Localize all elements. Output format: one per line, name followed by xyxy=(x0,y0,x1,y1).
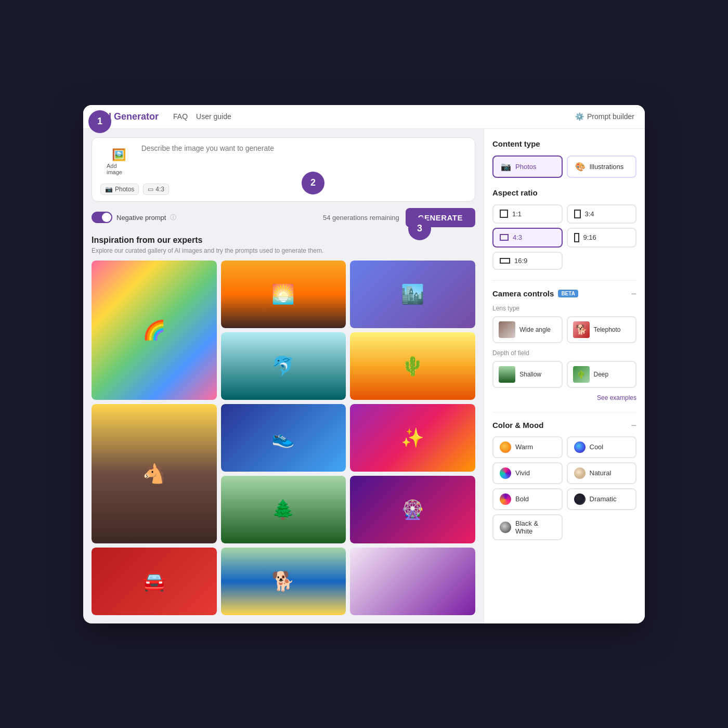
prompt-builder-btn[interactable]: ⚙️ Prompt builder xyxy=(575,112,634,121)
bold-btn[interactable]: Bold xyxy=(492,488,563,510)
warm-btn[interactable]: Warm xyxy=(492,436,563,458)
natural-btn[interactable]: Natural xyxy=(567,462,637,484)
camera-controls-header: Camera controls BETA − xyxy=(492,289,636,298)
vivid-btn[interactable]: Vivid xyxy=(492,462,563,484)
color-mood-grid: Warm Cool Vivid Natural xyxy=(492,436,636,540)
vivid-dot xyxy=(500,467,511,479)
illustrations-option[interactable]: 🎨 Illustrations xyxy=(567,155,637,178)
content-type-title: Content type xyxy=(492,139,636,148)
header-nav: FAQ User guide xyxy=(173,112,231,121)
list-item[interactable]: 🐕 xyxy=(221,548,346,615)
grid-image-bokeh: ✨ xyxy=(350,404,475,472)
grid-image-last2: 🐕 xyxy=(221,548,346,615)
content-type-options: 📷 Photos 🎨 Illustrations xyxy=(492,155,636,178)
grid-image-city: 🏙️ xyxy=(350,261,475,328)
dramatic-btn[interactable]: Dramatic xyxy=(567,488,637,510)
prompt-input[interactable] xyxy=(141,144,466,165)
list-item[interactable]: 🐴 xyxy=(92,404,217,543)
generations-remaining: 54 generations remaining xyxy=(323,214,399,222)
beta-badge: BETA xyxy=(558,290,578,297)
shallow-depth-btn[interactable]: Shallow xyxy=(492,361,563,388)
tall-icon xyxy=(574,233,579,242)
list-item[interactable]: 🌵 xyxy=(350,332,475,400)
aspect-ratio-title: Aspect ratio xyxy=(492,188,636,197)
aspect-9-16[interactable]: 9:16 xyxy=(567,228,637,248)
aspect-ratio-grid: 1:1 3:4 4:3 9:16 xyxy=(492,204,636,270)
aspect-1-1[interactable]: 1:1 xyxy=(492,204,563,224)
aspect-4-3[interactable]: 4:3 xyxy=(492,228,563,248)
collapse-camera-btn[interactable]: − xyxy=(631,289,636,298)
grid-image-shoe: 👟 xyxy=(221,404,346,472)
aspect-ratio-section: Aspect ratio 1:1 3:4 4:3 xyxy=(492,188,636,270)
depth-field-grid: Shallow 🌵 Deep xyxy=(492,361,636,388)
list-item[interactable]: 🏙️ xyxy=(350,261,475,328)
info-icon: ⓘ xyxy=(170,213,176,222)
faq-link[interactable]: FAQ xyxy=(173,112,188,121)
black-white-btn[interactable]: Black & White xyxy=(492,514,563,540)
square-icon xyxy=(500,210,508,218)
negative-prompt-label: Negative prompt xyxy=(116,214,166,222)
aspect-3-4[interactable]: 3:4 xyxy=(567,204,637,224)
grid-image-last3 xyxy=(350,548,475,615)
list-item[interactable]: 👟 xyxy=(221,404,346,472)
shallow-thumbnail xyxy=(499,366,515,383)
list-item[interactable] xyxy=(350,548,475,615)
deep-depth-btn[interactable]: 🌵 Deep xyxy=(567,361,637,388)
prompt-tags: 📷 Photos ▭ 4:3 xyxy=(100,184,466,195)
add-image-button[interactable]: 🖼️ Add image xyxy=(100,144,137,179)
divider-2 xyxy=(492,412,636,412)
prompt-area: 🖼️ Add image 📷 Photos ▭ 4:3 xyxy=(92,137,475,202)
aspect-icon: ▭ xyxy=(148,186,153,193)
list-item[interactable]: 🌲 xyxy=(221,476,346,543)
grid-image-forest: 🌲 xyxy=(221,476,346,543)
wide-angle-thumbnail xyxy=(499,321,515,338)
list-item[interactable]: ✨ xyxy=(350,404,475,472)
list-item[interactable]: 🌈 xyxy=(92,261,217,400)
grid-image-car: 🎡 xyxy=(350,476,475,543)
divider-1 xyxy=(492,280,636,281)
negative-prompt-switch[interactable] xyxy=(92,212,112,223)
camera-icon: 📷 xyxy=(501,162,511,172)
grid-image-horse: 🐴 xyxy=(92,404,217,543)
lens-type-grid: Wide angle 🐕 Telephoto xyxy=(492,316,636,343)
user-guide-link[interactable]: User guide xyxy=(196,112,231,121)
camera-controls-title: Camera controls xyxy=(492,289,554,298)
grid-image-cactus: 🌵 xyxy=(350,332,475,400)
add-image-icon: 🖼️ xyxy=(112,148,126,162)
collapse-color-btn[interactable]: − xyxy=(631,421,636,430)
depth-field-label: Depth of field xyxy=(492,349,636,357)
aspect-16-9[interactable]: 16:9 xyxy=(492,252,563,270)
color-mood-section: Color & Mood − Warm Cool Vivid xyxy=(492,421,636,540)
lens-type-label: Lens type xyxy=(492,305,636,312)
prompt-top: 🖼️ Add image xyxy=(100,144,466,179)
negative-prompt-toggle: Negative prompt ⓘ xyxy=(92,212,176,223)
step-1-bubble: 1 xyxy=(88,110,111,133)
list-item[interactable]: 🐬 xyxy=(221,332,346,400)
photos-option[interactable]: 📷 Photos xyxy=(492,155,563,178)
warm-dot xyxy=(500,441,511,453)
portrait-icon xyxy=(574,210,581,218)
telephoto-btn[interactable]: 🐕 Telephoto xyxy=(567,316,637,343)
list-item[interactable]: 🚘 xyxy=(92,548,217,615)
step-2-bubble: 2 xyxy=(302,172,324,194)
image-grid: 🌈 🌅 🏙️ 🐬 xyxy=(92,261,475,615)
dramatic-dot xyxy=(574,493,586,505)
camera-controls-section: Camera controls BETA − Lens type Wide an… xyxy=(492,289,636,401)
landscape-icon xyxy=(500,234,509,241)
bold-dot xyxy=(500,493,511,505)
list-item[interactable]: 🌅 xyxy=(221,261,346,328)
illustrations-icon: 🎨 xyxy=(575,162,586,172)
grid-image-sunset: 🌅 xyxy=(221,261,346,328)
list-item[interactable]: 🎡 xyxy=(350,476,475,543)
deep-thumbnail: 🌵 xyxy=(573,366,590,383)
aspect-ratio-tag[interactable]: ▭ 4:3 xyxy=(143,184,169,195)
wide-icon xyxy=(500,258,510,264)
right-panel: Content type 📷 Photos 🎨 Illustrations As… xyxy=(484,129,645,623)
cool-btn[interactable]: Cool xyxy=(567,436,637,458)
step-3-bubble: 3 xyxy=(408,217,431,240)
prompt-builder-icon: ⚙️ xyxy=(575,112,584,121)
wide-angle-btn[interactable]: Wide angle xyxy=(492,316,563,343)
see-examples-link[interactable]: See examples xyxy=(492,394,636,401)
grid-image-rainbow: 🌈 xyxy=(92,261,217,400)
photos-tag[interactable]: 📷 Photos xyxy=(100,184,139,195)
